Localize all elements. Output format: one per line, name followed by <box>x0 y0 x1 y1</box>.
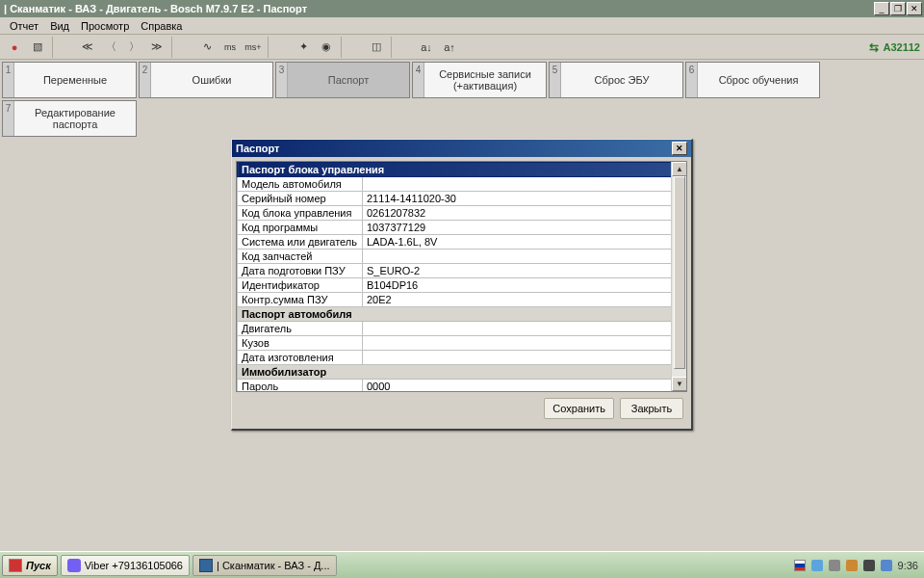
row-prog-code[interactable]: Код программы1037377129 <box>238 221 686 235</box>
toolbar: ● ▧ ≪ 〈 〉 ≫ ∿ ms ms+ ✦ ◉ ◫ a↓ a↑ ⇆ A3211… <box>0 35 924 60</box>
prev-icon[interactable]: 〈 <box>100 37 121 58</box>
row-ecu-code[interactable]: Код блока управления0261207832 <box>238 206 686 221</box>
scrollbar[interactable]: ▲ ▼ <box>671 162 686 391</box>
tab-passport[interactable]: 3 Паспорт <box>275 62 410 98</box>
close-icon[interactable]: ✕ <box>907 2 922 15</box>
tab-reset-ecu[interactable]: 5 Сброс ЭБУ <box>549 62 683 98</box>
menu-preview[interactable]: Просмотр <box>75 19 135 33</box>
forward-icon[interactable]: ≫ <box>146 37 167 58</box>
dialog-close-icon[interactable]: ✕ <box>672 142 687 155</box>
tab-reset-learn[interactable]: 6 Сброс обучения <box>685 62 820 98</box>
section-car-passport: Паспорт автомобиля <box>238 307 686 322</box>
plus-icon[interactable]: ✦ <box>293 37 314 58</box>
record-icon[interactable]: ● <box>4 37 25 58</box>
tab-service[interactable]: 4 Сервисные записи (+активация) <box>412 62 547 98</box>
row-serial[interactable]: Серийный номер21114-1411020-30 <box>238 192 686 206</box>
section-ecu-passport: Паспорт блока управления <box>238 163 686 177</box>
row-manuf-date[interactable]: Дата изготовления <box>238 351 686 365</box>
circle-icon[interactable]: ◉ <box>316 37 337 58</box>
tray-vol-icon[interactable] <box>829 560 840 571</box>
ms-plus-icon[interactable]: ms+ <box>243 37 264 58</box>
font-up-icon[interactable]: a↑ <box>439 37 460 58</box>
row-rom-date[interactable]: Дата подготовки ПЗУS_EURO-2 <box>238 264 686 278</box>
tray-usb-icon[interactable] <box>863 560 875 571</box>
row-engine[interactable]: Двигатель <box>238 322 686 336</box>
stop-icon[interactable]: ▧ <box>27 37 48 58</box>
row-car-model[interactable]: Модель автомобиля <box>238 177 686 192</box>
language-icon[interactable] <box>794 560 806 571</box>
system-tray: 9:36 <box>790 560 922 571</box>
connection-status: ⇆ A32112 <box>869 40 920 54</box>
clock[interactable]: 9:36 <box>898 560 918 571</box>
section-immobilizer: Иммобилизатор <box>238 365 686 380</box>
window-titlebar: | Сканматик - ВАЗ - Двигатель - Bosch M7… <box>0 0 924 17</box>
row-parts-code[interactable]: Код запчастей <box>238 250 686 264</box>
window-title: | Сканматик - ВАЗ - Двигатель - Bosch M7… <box>4 3 874 14</box>
row-identifier[interactable]: ИдентификаторB104DP16 <box>238 278 686 293</box>
scroll-down-icon[interactable]: ▼ <box>672 377 687 391</box>
tab-errors[interactable]: 2 Ошибки <box>139 62 273 98</box>
close-button[interactable]: Закрыть <box>620 398 683 419</box>
row-system[interactable]: Система или двигательLADA-1.6L, 8V <box>238 235 686 250</box>
chart-icon[interactable]: ◫ <box>366 37 387 58</box>
tab-variables[interactable]: 1 Переменные <box>2 62 137 98</box>
app-icon <box>199 559 213 572</box>
conn-icon: ⇆ <box>869 40 879 54</box>
passport-dialog: Паспорт ✕ Паспорт блока управления Модел… <box>231 139 693 431</box>
menu-report[interactable]: Отчет <box>4 19 44 33</box>
task-viber[interactable]: Viber +79136105066 <box>61 555 190 576</box>
rewind-icon[interactable]: ≪ <box>77 37 98 58</box>
ms-icon[interactable]: ms <box>219 37 241 58</box>
minimize-icon[interactable]: _ <box>874 2 889 15</box>
row-checksum[interactable]: Контр.сумма ПЗУ20E2 <box>238 293 686 307</box>
maximize-icon[interactable]: ❐ <box>890 2 906 15</box>
scroll-thumb[interactable] <box>674 176 685 369</box>
menu-help[interactable]: Справка <box>135 19 188 33</box>
tabs-bar: 1 Переменные 2 Ошибки 3 Паспорт 4 Сервис… <box>0 60 924 141</box>
next-icon[interactable]: 〉 <box>123 37 144 58</box>
start-button[interactable]: Пуск <box>2 555 58 576</box>
menu-view[interactable]: Вид <box>44 19 75 33</box>
tray-net-icon[interactable] <box>811 560 823 571</box>
tab-edit-passport[interactable]: 7 Редактирование паспорта <box>2 100 137 137</box>
scroll-up-icon[interactable]: ▲ <box>672 162 687 176</box>
dialog-titlebar[interactable]: Паспорт ✕ <box>232 140 691 157</box>
windows-icon <box>9 559 22 572</box>
passport-grid: Паспорт блока управления Модель автомоби… <box>236 161 687 392</box>
viber-icon <box>67 559 81 572</box>
task-scanmatic[interactable]: | Сканматик - ВАЗ - Д... <box>192 555 337 576</box>
menubar: Отчет Вид Просмотр Справка <box>0 17 924 35</box>
font-down-icon[interactable]: a↓ <box>416 37 437 58</box>
device-id: A32112 <box>883 41 920 53</box>
row-body[interactable]: Кузов <box>238 336 686 351</box>
tray-shield-icon[interactable] <box>846 560 858 571</box>
save-button[interactable]: Сохранить <box>544 398 614 419</box>
taskbar: Пуск Viber +79136105066 | Сканматик - ВА… <box>0 551 924 578</box>
tray-display-icon[interactable] <box>881 560 892 571</box>
row-password[interactable]: Пароль0000 <box>238 380 686 393</box>
wave-icon[interactable]: ∿ <box>196 37 218 58</box>
dialog-title: Паспорт <box>236 143 672 154</box>
